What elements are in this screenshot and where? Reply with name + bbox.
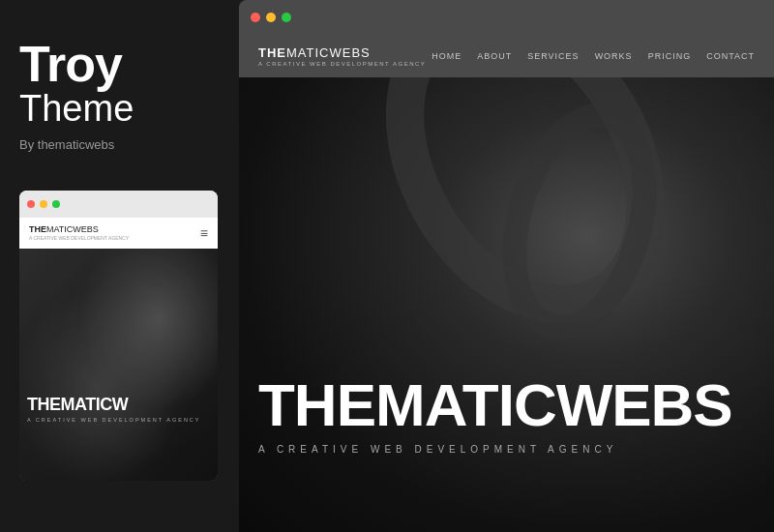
desktop-dot-yellow — [266, 13, 276, 22]
desktop-dot-red — [251, 13, 260, 22]
website-logo-bold: THE — [258, 45, 286, 60]
theme-author: By thematicwebs — [19, 137, 218, 152]
mobile-hamburger-icon: ≡ — [200, 226, 208, 240]
mobile-hero: THEMATICW A CREATIVE WEB DEVELOPMENT AGE… — [19, 249, 218, 481]
desktop-preview: THEMATICWEBS A CREATIVE WEB DEVELOPMENT … — [239, 0, 774, 532]
mobile-content: THEMATICWEBS A CREATIVE WEB DEVELOPMENT … — [19, 218, 218, 481]
mobile-logo-text: THEMATICWEBS — [29, 224, 129, 234]
website-nav: THEMATICWEBS A CREATIVE WEB DEVELOPMENT … — [239, 35, 774, 77]
mobile-nav: THEMATICWEBS A CREATIVE WEB DEVELOPMENT … — [19, 218, 218, 249]
nav-link-pricing: PRICING — [648, 51, 692, 61]
website-logo-sub: A CREATIVE WEB DEVELOPMENT AGENCY — [258, 61, 426, 67]
mobile-dot-yellow — [40, 200, 47, 208]
website-nav-links: HOME ABOUT SERVICES WORKS PRICING CONTAC… — [432, 51, 755, 61]
website-hero: THEMATICWEBS A CREATIVE WEB DEVELOPMENT … — [239, 77, 774, 532]
mobile-preview-card: THEMATICWEBS A CREATIVE WEB DEVELOPMENT … — [19, 191, 218, 481]
hero-handlebar-visual — [239, 77, 774, 532]
mobile-logo-regular: MATICWEBS — [46, 224, 99, 234]
desktop-dot-green — [282, 13, 291, 22]
website-logo-regular: MATICWEBS — [286, 45, 371, 60]
nav-link-works: WORKS — [595, 51, 633, 61]
mobile-browser-bar — [19, 191, 218, 218]
website-logo: THEMATICWEBS A CREATIVE WEB DEVELOPMENT … — [258, 45, 426, 67]
mobile-logo-bold: THE — [29, 224, 46, 234]
hero-main-title: THEMATICWEBS — [258, 377, 755, 434]
mobile-hero-text: THEMATICW A CREATIVE WEB DEVELOPMENT AGE… — [27, 396, 210, 423]
mobile-dot-red — [27, 200, 35, 208]
nav-link-about: ABOUT — [477, 51, 512, 61]
hero-overlay-text: THEMATICWEBS A CREATIVE WEB DEVELOPMENT … — [258, 377, 755, 455]
desktop-content: THEMATICWEBS A CREATIVE WEB DEVELOPMENT … — [239, 35, 774, 532]
desktop-browser-bar — [239, 0, 774, 35]
website-logo-main: THEMATICWEBS — [258, 45, 426, 60]
theme-title-theme: Theme — [19, 89, 218, 130]
mobile-hero-title: THEMATICW — [27, 396, 210, 413]
nav-link-services: SERVICES — [527, 51, 579, 61]
sidebar: Troy Theme By thematicwebs THEMATICWEBS … — [0, 0, 237, 532]
hero-sub-title: A CREATIVE WEB DEVELOPMENT AGENCY — [258, 444, 755, 455]
nav-link-home: HOME — [432, 51, 461, 61]
theme-title-block: Troy Theme By thematicwebs — [19, 39, 218, 152]
mobile-dot-green — [52, 200, 60, 208]
nav-link-contact: CONTACT — [706, 51, 755, 61]
mobile-logo-sub: A CREATIVE WEB DEVELOPMENT AGENCY — [29, 235, 129, 241]
theme-title-troy: Troy — [19, 39, 218, 89]
mobile-handlebar-visual — [19, 249, 218, 481]
mobile-logo: THEMATICWEBS A CREATIVE WEB DEVELOPMENT … — [29, 224, 129, 241]
mobile-hero-subtitle: A CREATIVE WEB DEVELOPMENT AGENCY — [27, 417, 210, 423]
